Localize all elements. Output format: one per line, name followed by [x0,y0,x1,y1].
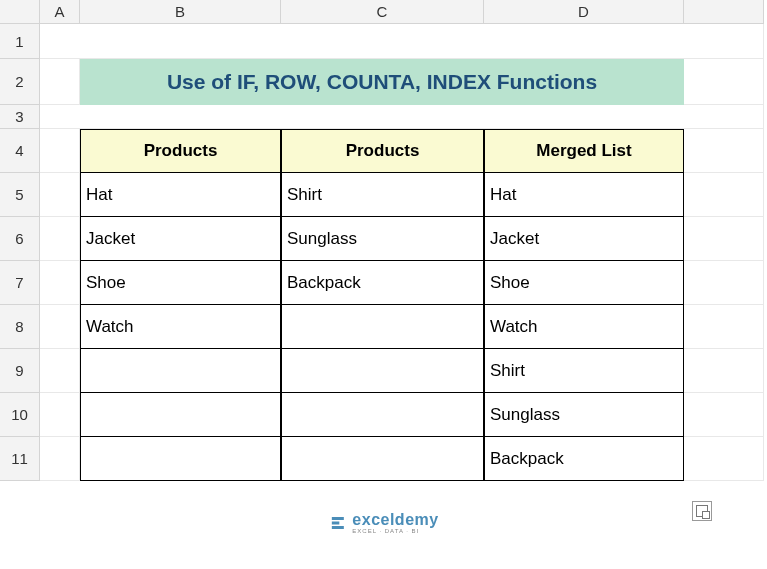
cell[interactable] [40,24,764,59]
row-header-6[interactable]: 6 [0,217,40,261]
cell[interactable] [40,261,80,305]
row-header-5[interactable]: 5 [0,173,40,217]
row-header-3[interactable]: 3 [0,105,40,129]
spreadsheet-grid[interactable]: A B C D 1 2 Use of IF, ROW, COUNTA, INDE… [0,0,767,481]
row-header-1[interactable]: 1 [0,24,40,59]
table-cell[interactable]: Shoe [484,261,684,305]
table-cell[interactable] [80,349,281,393]
row-header-4[interactable]: 4 [0,129,40,173]
table-header-products-c[interactable]: Products [281,129,484,173]
table-cell[interactable] [281,305,484,349]
table-cell[interactable]: Shirt [281,173,484,217]
cell[interactable] [40,393,80,437]
table-cell[interactable]: Hat [80,173,281,217]
cell[interactable] [684,261,764,305]
row-header-9[interactable]: 9 [0,349,40,393]
col-header-a[interactable]: A [40,0,80,24]
brand-sub: EXCEL · DATA · BI [352,528,438,534]
cell[interactable] [684,129,764,173]
cell[interactable] [40,129,80,173]
row-header-2[interactable]: 2 [0,59,40,105]
table-header-merged[interactable]: Merged List [484,129,684,173]
table-cell[interactable] [80,437,281,481]
cell[interactable] [684,173,764,217]
title-banner[interactable]: Use of IF, ROW, COUNTA, INDEX Functions [80,59,684,105]
col-header-d[interactable]: D [484,0,684,24]
cell[interactable] [40,437,80,481]
table-cell[interactable] [281,349,484,393]
brand-logo-icon [328,514,346,532]
table-cell[interactable]: Hat [484,173,684,217]
brand-watermark: exceldemy EXCEL · DATA · BI [328,512,438,534]
table-cell[interactable]: Sunglass [281,217,484,261]
table-cell[interactable]: Watch [484,305,684,349]
cell[interactable] [40,305,80,349]
col-header-blank[interactable] [684,0,764,24]
table-header-products-b[interactable]: Products [80,129,281,173]
cell[interactable] [40,59,80,105]
table-cell[interactable]: Watch [80,305,281,349]
cell[interactable] [684,217,764,261]
cell[interactable] [684,437,764,481]
table-cell[interactable] [281,437,484,481]
table-cell[interactable] [281,393,484,437]
row-header-11[interactable]: 11 [0,437,40,481]
row-header-7[interactable]: 7 [0,261,40,305]
select-all-corner[interactable] [0,0,40,24]
table-cell[interactable]: Shoe [80,261,281,305]
table-cell[interactable]: Shirt [484,349,684,393]
table-cell[interactable]: Backpack [281,261,484,305]
row-header-8[interactable]: 8 [0,305,40,349]
cell[interactable] [684,349,764,393]
cell[interactable] [40,173,80,217]
table-cell[interactable]: Sunglass [484,393,684,437]
table-cell[interactable] [80,393,281,437]
col-header-c[interactable]: C [281,0,484,24]
cell[interactable] [40,105,764,129]
table-cell[interactable]: Jacket [80,217,281,261]
cell[interactable] [684,59,764,105]
row-header-10[interactable]: 10 [0,393,40,437]
cell[interactable] [684,305,764,349]
col-header-b[interactable]: B [80,0,281,24]
brand-name: exceldemy [352,512,438,528]
table-cell[interactable]: Jacket [484,217,684,261]
cell[interactable] [40,349,80,393]
table-cell[interactable]: Backpack [484,437,684,481]
cell[interactable] [684,393,764,437]
cell[interactable] [40,217,80,261]
paste-options-icon[interactable] [692,501,712,521]
